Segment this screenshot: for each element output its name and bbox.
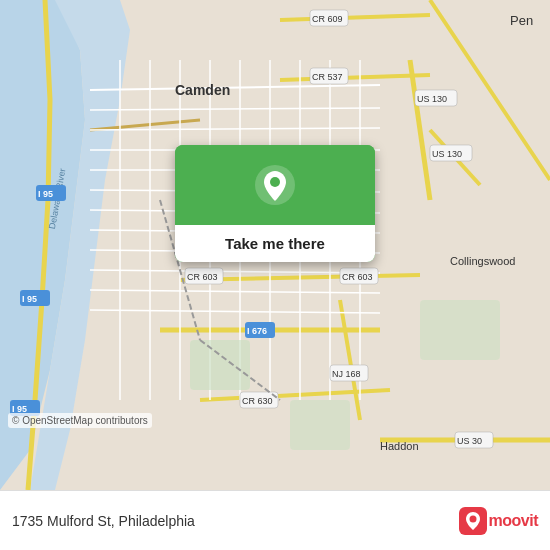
map-copyright: © OpenStreetMap contributors bbox=[8, 413, 152, 428]
svg-text:Haddon: Haddon bbox=[380, 440, 419, 452]
address-label: 1735 Mulford St, Philadelphia bbox=[12, 513, 195, 529]
svg-rect-67 bbox=[420, 300, 500, 360]
svg-text:Pen: Pen bbox=[510, 13, 533, 28]
moovit-logo: moovit bbox=[459, 507, 538, 535]
svg-text:US 130: US 130 bbox=[417, 94, 447, 104]
svg-text:CR 630: CR 630 bbox=[242, 396, 273, 406]
svg-rect-66 bbox=[190, 340, 250, 390]
svg-text:Camden: Camden bbox=[175, 82, 230, 98]
svg-text:US 130: US 130 bbox=[432, 149, 462, 159]
svg-text:CR 603: CR 603 bbox=[187, 272, 218, 282]
svg-text:CR 537: CR 537 bbox=[312, 72, 343, 82]
moovit-logo-icon bbox=[459, 507, 487, 535]
svg-text:I 95: I 95 bbox=[38, 189, 53, 199]
svg-text:US 30: US 30 bbox=[457, 436, 482, 446]
svg-point-72 bbox=[270, 177, 280, 187]
svg-text:CR 603: CR 603 bbox=[342, 272, 373, 282]
svg-rect-68 bbox=[290, 400, 350, 450]
svg-text:NJ 168: NJ 168 bbox=[332, 369, 361, 379]
svg-text:I 95: I 95 bbox=[22, 294, 37, 304]
moovit-brand-text: moovit bbox=[489, 512, 538, 530]
svg-text:CR 609: CR 609 bbox=[312, 14, 343, 24]
location-popup: Take me there bbox=[175, 145, 375, 262]
take-me-there-button[interactable]: Take me there bbox=[175, 225, 375, 262]
svg-text:Collingswood: Collingswood bbox=[450, 255, 515, 267]
svg-text:I 676: I 676 bbox=[247, 326, 267, 336]
bottom-bar: 1735 Mulford St, Philadelphia moovit bbox=[0, 490, 550, 550]
map-container: Delaware River I 95 I 95 I 95 CR 609 CR … bbox=[0, 0, 550, 490]
svg-point-74 bbox=[469, 515, 476, 522]
popup-top-section bbox=[175, 145, 375, 225]
location-pin-icon bbox=[253, 163, 297, 207]
